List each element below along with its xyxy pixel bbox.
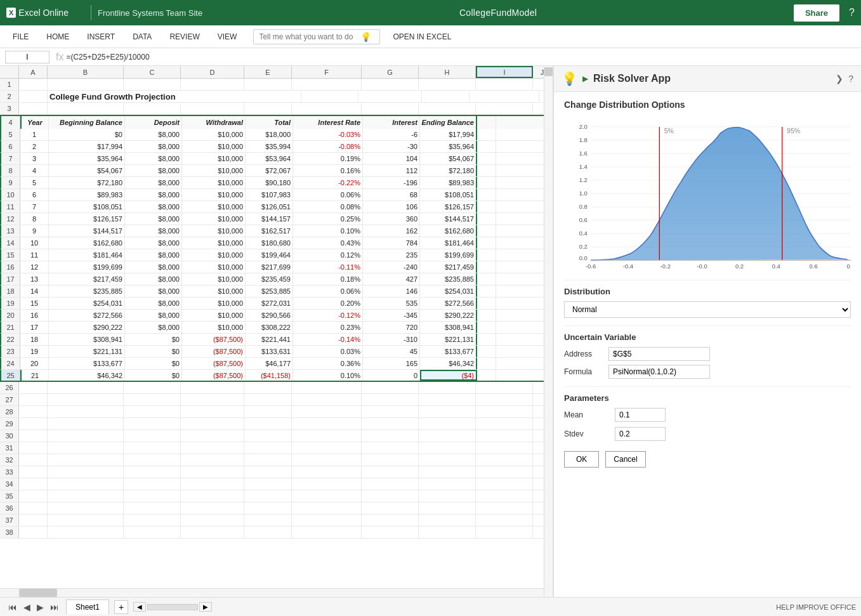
table-row: 1612$199,699$8,000$10,000$217,699-0.11%-… — [0, 261, 553, 273]
bottom-bar: ⏮ ◀ ▶ ⏭ Sheet1 + ◀ ▶ HELP IMPROVE OFFICE — [0, 597, 861, 616]
col-ending-header[interactable]: Ending Balance — [420, 116, 477, 129]
table-row: 62$17,994$8,000$10,000$35,994-0.08%-30$3… — [0, 141, 553, 153]
share-button[interactable]: Share — [794, 4, 839, 22]
stdev-input[interactable] — [615, 427, 666, 441]
search-box[interactable]: 💡 — [253, 29, 380, 44]
main-content: A B C D E F G H I J 1 — [0, 66, 861, 597]
file-name: CollegeFundModel — [202, 8, 794, 18]
tab-file[interactable]: FILE — [5, 30, 36, 44]
formula-divider: fx — [56, 51, 63, 63]
vertical-scrollbar[interactable] — [544, 66, 553, 597]
table-row: 35 — [0, 490, 553, 502]
svg-text:1.4: 1.4 — [579, 163, 588, 170]
nav-next-btn[interactable]: ▶ — [34, 601, 47, 613]
col-withdrawal-header[interactable]: Withdrawal — [182, 116, 246, 129]
col-header-e[interactable]: E — [244, 66, 292, 78]
table-row: 117$108,051$8,000$10,000$126,0510.08%106… — [0, 201, 553, 213]
add-sheet-button[interactable]: + — [114, 600, 128, 614]
col-year-header[interactable]: Year — [20, 116, 49, 129]
sheet-tab-sheet1[interactable]: Sheet1 — [66, 600, 109, 614]
panel-title: Risk Solver App — [593, 73, 671, 84]
svg-text:0.4: 0.4 — [772, 263, 780, 270]
ok-button[interactable]: OK — [564, 451, 599, 468]
col-header-d[interactable]: D — [181, 66, 244, 78]
col-header-i[interactable]: I — [476, 66, 533, 78]
formula-input[interactable] — [608, 365, 710, 379]
nav-first-btn[interactable]: ⏮ — [5, 601, 20, 613]
formula-bar: I fx =(C25+D25+E25)/10000 — [0, 48, 861, 66]
horizontal-scrollbar[interactable] — [0, 588, 544, 597]
table-row: 1511$181,464$8,000$10,000$199,4640.12%23… — [0, 249, 553, 261]
table-row: 1915$254,031$8,000$10,000$272,0310.20%53… — [0, 298, 553, 310]
tab-insert[interactable]: INSERT — [79, 30, 122, 44]
panel-help-icon[interactable]: ? — [848, 74, 853, 84]
uncertain-variable-header: Uncertain Variable — [564, 325, 851, 342]
formula-label: Formula — [564, 367, 608, 376]
table-row: 33 — [0, 466, 553, 478]
svg-text:0.2: 0.2 — [735, 263, 744, 270]
panel-icons: ❯ ? — [836, 74, 853, 84]
active-cell[interactable]: ($4) — [420, 370, 477, 381]
tab-home[interactable]: HOME — [39, 30, 77, 44]
svg-text:-0.6: -0.6 — [586, 263, 596, 270]
cancel-button[interactable]: Cancel — [605, 451, 645, 468]
table-row: 1410$162,680$8,000$10,000$180,6800.43%78… — [0, 237, 553, 249]
horizontal-scroll-area: ◀ ▶ — [133, 602, 212, 612]
panel-header: 💡 ▶ Risk Solver App ❯ ? — [554, 66, 861, 92]
nav-prev-btn[interactable]: ◀ — [20, 601, 34, 613]
h-scroll-bar[interactable] — [147, 604, 198, 610]
col-interest-header[interactable]: Interest — [363, 116, 420, 129]
svg-text:0.6: 0.6 — [579, 216, 588, 223]
svg-text:-0.4: -0.4 — [623, 263, 633, 270]
col-header-a[interactable]: A — [19, 66, 48, 78]
table-row: 2420$133,677$0($87,500)$46,1770.36%165$4… — [0, 358, 553, 370]
panel-collapse-icon[interactable]: ❯ — [836, 74, 843, 84]
excel-logo-box: X — [6, 8, 16, 18]
table-row: 27 — [0, 394, 553, 406]
table-row: 2 College Fund Growth Projection — [0, 91, 553, 103]
address-input[interactable] — [608, 347, 710, 361]
title-help-icon[interactable]: ? — [849, 7, 855, 18]
tab-data[interactable]: DATA — [125, 30, 159, 44]
ribbon: FILE HOME INSERT DATA REVIEW VIEW 💡 OPEN… — [0, 25, 861, 48]
search-input[interactable] — [259, 32, 360, 41]
table-row: 2319$221,131$0($87,500)$133,6310.03%45$1… — [0, 346, 553, 358]
spreadsheet-title[interactable]: College Fund Growth Projection — [48, 91, 301, 102]
scroll-left-btn[interactable]: ◀ — [133, 602, 146, 612]
spreadsheet[interactable]: A B C D E F G H I J 1 — [0, 66, 553, 597]
cell-reference: I — [5, 51, 49, 63]
svg-text:0.6: 0.6 — [810, 263, 818, 270]
address-row: Address — [564, 347, 851, 361]
excel-logo: X Excel Online — [6, 8, 78, 18]
tab-view[interactable]: VIEW — [210, 30, 245, 44]
col-intrate-header[interactable]: Interest Rate — [293, 116, 363, 129]
col-header-f[interactable]: F — [292, 66, 362, 78]
col-total-header[interactable]: Total — [246, 116, 293, 129]
address-label: Address — [564, 350, 608, 358]
table-row: 28 — [0, 406, 553, 418]
empty-rows: 26272829303132333435363738 — [0, 382, 553, 539]
col-header-g[interactable]: G — [362, 66, 419, 78]
col-header-c[interactable]: C — [124, 66, 181, 78]
svg-text:1.8: 1.8 — [579, 136, 588, 143]
distribution-select[interactable]: Normal Uniform Triangular LogNormal Expo… — [564, 301, 851, 318]
button-row: OK Cancel — [564, 451, 851, 468]
mean-input[interactable] — [615, 408, 666, 422]
table-row: 51$0$8,000$10,000$18,000-0.03%-6$17,994 — [0, 129, 553, 141]
svg-text:1.2: 1.2 — [579, 176, 588, 183]
tab-review[interactable]: REVIEW — [162, 30, 207, 44]
title-bar: X Excel Online Frontline Systems Team Si… — [0, 0, 861, 25]
panel-expand-icon[interactable]: ▶ — [582, 74, 588, 83]
scroll-right-btn[interactable]: ▶ — [199, 602, 212, 612]
col-begin-header[interactable]: Beginning Balance — [49, 116, 125, 129]
table-row: 25 21 $46,342 $0 ($87,500) ($41,158) 0.1… — [0, 370, 553, 382]
table-row: 128$126,157$8,000$10,000$144,1570.25%360… — [0, 213, 553, 225]
col-header-b[interactable]: B — [48, 66, 124, 78]
open-in-excel-button[interactable]: OPEN IN EXCEL — [388, 30, 456, 44]
svg-text:2.0: 2.0 — [579, 123, 588, 130]
formula-row: Formula — [564, 365, 851, 379]
svg-text:-0.2: -0.2 — [661, 263, 671, 270]
col-header-h[interactable]: H — [419, 66, 476, 78]
col-deposit-header[interactable]: Deposit — [125, 116, 182, 129]
nav-last-btn[interactable]: ⏭ — [47, 601, 62, 613]
